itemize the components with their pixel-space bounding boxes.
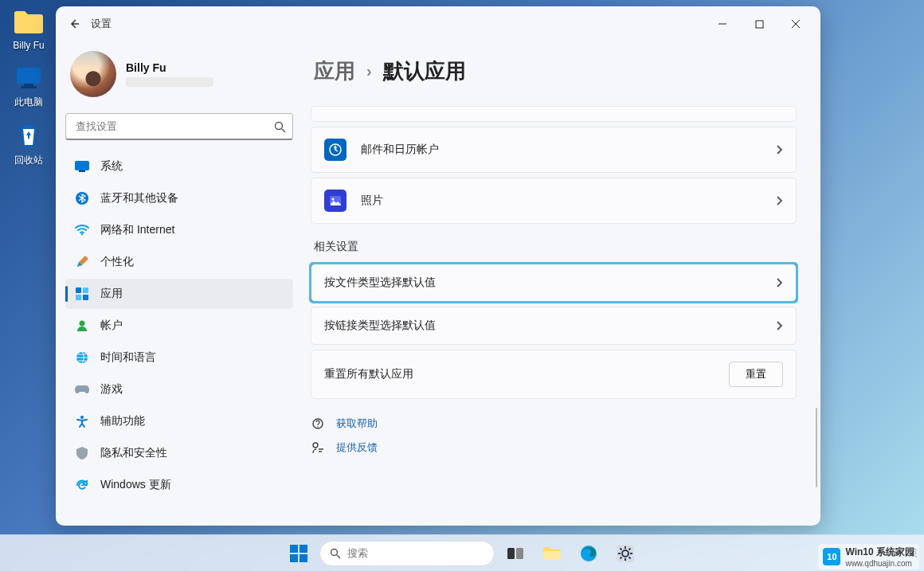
sidebar-item-network[interactable]: 网络和 Internet [65, 215, 293, 245]
profile-block[interactable]: Billy Fu [65, 46, 293, 108]
feedback-icon [311, 440, 325, 455]
sidebar-item-label: 辅助功能 [100, 414, 145, 428]
sidebar-item-label: 系统 [100, 159, 123, 174]
bluetooth-icon [75, 191, 89, 205]
option-defaults-by-link-type[interactable]: 按链接类型选择默认值 [311, 307, 797, 345]
sidebar-item-label: 帐户 [100, 319, 123, 333]
sidebar-item-privacy[interactable]: 隐私和安全性 [65, 438, 293, 468]
sidebar-item-label: 游戏 [100, 382, 123, 397]
taskbar-search[interactable] [319, 541, 495, 566]
option-reset-defaults: 重置所有默认应用 重置 [311, 350, 797, 399]
main-panel: 应用 › 默认应用 邮件和日历帐户 照片 相关设置 [303, 41, 820, 526]
breadcrumb: 应用 › 默认应用 [311, 57, 797, 85]
reset-button[interactable]: 重置 [729, 362, 783, 387]
svg-point-14 [80, 321, 85, 327]
card-label: 照片 [361, 194, 383, 208]
desktop-icon-label: 此电脑 [5, 96, 53, 109]
card-partial-offscreen[interactable] [311, 106, 797, 122]
privacy-icon [75, 446, 89, 460]
help-link-feedback[interactable]: 提供反馈 [311, 440, 797, 455]
svg-rect-7 [79, 170, 85, 172]
back-button[interactable] [62, 12, 86, 36]
help-links: 获取帮助 提供反馈 [311, 417, 797, 455]
svg-rect-6 [75, 161, 89, 170]
scrollbar[interactable] [816, 408, 817, 487]
tray-chevron-up-icon[interactable] [891, 549, 900, 558]
tray-ime[interactable]: 英 [908, 546, 918, 560]
search-input[interactable] [65, 113, 293, 140]
arrow-left-icon [68, 18, 80, 30]
taskbar-task-view[interactable] [499, 538, 531, 569]
profile-name: Billy Fu [126, 61, 213, 74]
sidebar-item-label: 网络和 Internet [100, 223, 174, 237]
maximize-icon [755, 20, 764, 29]
svg-point-27 [331, 549, 338, 555]
profile-email-redacted [126, 77, 213, 87]
sidebar-item-bluetooth[interactable]: 蓝牙和其他设备 [65, 183, 293, 213]
taskbar-settings[interactable] [609, 538, 641, 569]
settings-window: 设置 Billy Fu [56, 6, 820, 526]
svg-rect-4 [756, 21, 763, 28]
app-card-mail[interactable]: 邮件和日历帐户 [311, 127, 797, 173]
desktop: Billy Fu 此电脑 回收站 [0, 0, 56, 178]
sidebar-item-system[interactable]: 系统 [65, 151, 293, 182]
svg-rect-26 [300, 554, 307, 562]
sidebar-item-personalize[interactable]: 个性化 [65, 247, 293, 277]
sidebar-item-label: 应用 [100, 287, 123, 301]
photos-app-icon [324, 190, 346, 212]
windows-logo-icon [290, 545, 307, 562]
close-button[interactable] [777, 12, 814, 36]
desktop-recycle-bin[interactable]: 回收站 [5, 120, 53, 167]
svg-rect-25 [290, 554, 298, 562]
minimize-button[interactable] [704, 12, 741, 36]
help-link-label: 获取帮助 [336, 417, 378, 431]
sidebar-item-label: 蓝牙和其他设备 [100, 191, 178, 205]
section-title-related: 相关设置 [314, 240, 797, 254]
chevron-right-icon: › [366, 62, 372, 80]
svg-rect-10 [76, 287, 81, 293]
svg-point-22 [313, 443, 318, 448]
taskbar-edge[interactable] [573, 538, 605, 569]
chevron-right-icon [775, 277, 783, 288]
taskbar: 英 [0, 534, 924, 571]
svg-rect-0 [17, 68, 41, 84]
personalize-icon [75, 255, 89, 269]
folder-icon [13, 6, 45, 38]
breadcrumb-parent[interactable]: 应用 [314, 57, 355, 85]
window-title: 设置 [91, 17, 112, 31]
svg-rect-24 [300, 545, 307, 553]
desktop-folder-billy-fu[interactable]: Billy Fu [5, 6, 53, 51]
svg-point-9 [81, 233, 84, 236]
maximize-button[interactable] [741, 12, 777, 36]
sidebar-item-update[interactable]: Windows 更新 [65, 470, 293, 500]
taskbar-explorer[interactable] [536, 538, 568, 569]
sidebar-item-accounts[interactable]: 帐户 [65, 311, 293, 341]
search-icon[interactable] [271, 118, 288, 135]
app-card-photos[interactable]: 照片 [311, 178, 797, 224]
sidebar-nav: 系统 蓝牙和其他设备 网络和 Internet 个性化 应用 [65, 151, 293, 500]
svg-point-5 [275, 122, 282, 129]
card-label: 重置所有默认应用 [324, 367, 413, 381]
sidebar-item-accessibility[interactable]: 辅助功能 [65, 406, 293, 436]
search-field[interactable] [65, 113, 293, 140]
svg-point-19 [332, 198, 335, 201]
time-lang-icon [75, 350, 89, 365]
svg-rect-23 [290, 545, 298, 553]
sidebar-item-time[interactable]: 时间和语言 [65, 342, 293, 373]
sidebar-item-apps[interactable]: 应用 [65, 279, 293, 309]
folder-icon [542, 546, 562, 561]
start-button[interactable] [283, 538, 315, 569]
sidebar-item-gaming[interactable]: 游戏 [65, 374, 293, 405]
chevron-right-icon [775, 144, 783, 155]
task-view-icon [507, 546, 523, 561]
accessibility-icon [75, 414, 89, 428]
help-link-get-help[interactable]: 获取帮助 [311, 417, 797, 431]
sidebar-item-label: 个性化 [100, 255, 134, 269]
option-defaults-by-file-type[interactable]: 按文件类型选择默认值 [311, 264, 797, 302]
sidebar-item-label: 隐私和安全性 [100, 446, 167, 460]
desktop-this-pc[interactable]: 此电脑 [5, 62, 53, 109]
card-label: 邮件和日历帐户 [361, 143, 439, 157]
account-icon [75, 319, 89, 333]
taskbar-search-input[interactable] [347, 547, 484, 559]
help-icon [311, 417, 325, 431]
